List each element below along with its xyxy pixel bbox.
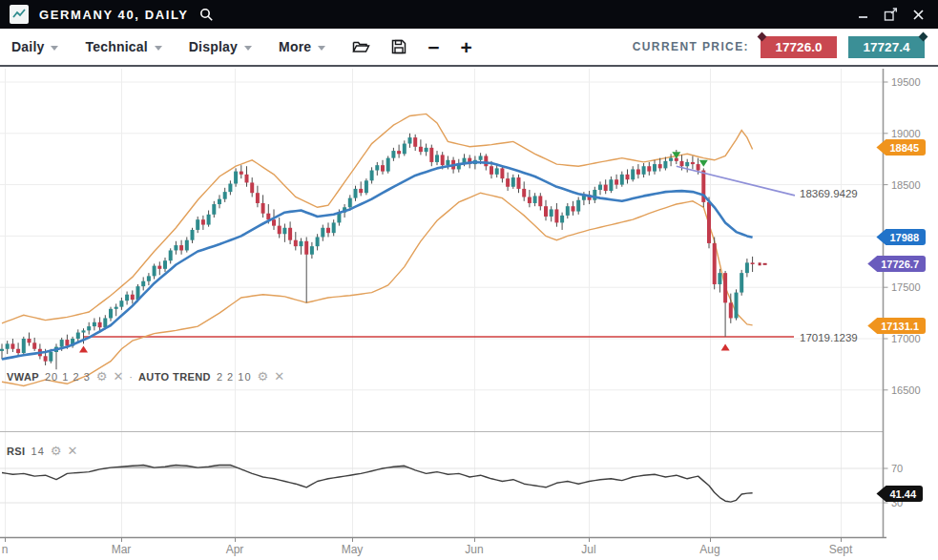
bollinger-bands — [2, 114, 753, 385]
chevron-down-icon — [155, 46, 162, 51]
chart-app-icon — [10, 5, 29, 24]
toolbar: Daily Technical Display More — [0, 29, 938, 67]
menu-technical-label: Technical — [85, 39, 147, 54]
vwap-indicator-label: VWAP — [7, 371, 39, 383]
minus-icon: − — [427, 37, 439, 57]
menu-daily-label: Daily — [11, 39, 44, 54]
titlebar: GERMANY 40, DAILY — [0, 0, 938, 29]
chevron-down-icon — [51, 46, 58, 51]
close-icon[interactable]: ✕ — [113, 370, 123, 383]
window-controls — [858, 8, 928, 22]
menu-display-label: Display — [189, 39, 238, 54]
upper-band-price-badge: 18845 — [876, 139, 926, 156]
y-axis-tick-label: 18500 — [891, 179, 921, 191]
last-price-marker — [759, 262, 767, 265]
current-price-group: CURRENT PRICE: 17726.0 17727.4 — [633, 36, 927, 58]
close-button[interactable] — [912, 9, 925, 21]
menu-daily[interactable]: Daily — [11, 39, 58, 54]
rsi-layer — [2, 465, 753, 502]
close-icon[interactable]: ✕ — [274, 370, 284, 383]
autotrend-indicator-label: AUTO TREND — [138, 371, 211, 383]
sell-signal-icon — [699, 160, 708, 167]
bid-price-badge[interactable]: 17726.0 — [761, 36, 837, 58]
indicator-legend-main: VWAP 20 1 2 3 ⚙ ✕ · AUTO TREND 2 2 10 ⚙ … — [7, 370, 284, 383]
candlestick-layer — [0, 134, 755, 369]
rsi-tick-label: 70 — [891, 463, 903, 474]
y-axis-tick-label: 19500 — [891, 76, 921, 88]
menu-technical[interactable]: Technical — [85, 39, 161, 54]
support-line-value-label: 17019.1239 — [800, 332, 858, 343]
y-axis-tick-label: 16500 — [891, 384, 921, 396]
vwap-price-badge: 17988 — [876, 229, 926, 245]
window-title: GERMANY 40, DAILY — [39, 8, 189, 22]
legend-separator: · — [129, 371, 133, 383]
x-axis-month-label: Aug — [699, 543, 719, 556]
rsi-indicator-label: RSI — [7, 446, 26, 457]
axes: 195001900018500180001750017000165007030n… — [0, 69, 921, 556]
gear-icon[interactable]: ⚙ — [258, 370, 269, 383]
x-axis-month-label: Mar — [112, 543, 132, 556]
chevron-down-icon — [244, 46, 252, 51]
last-price-badge: 17726.7 — [867, 256, 926, 272]
buy-signal-icon — [721, 343, 730, 350]
x-axis-month-label: n — [2, 543, 9, 556]
rsi-indicator-params: 14 — [31, 446, 45, 457]
price-chart-canvas[interactable]: 195001900018500180001750017000165007030n… — [0, 67, 938, 560]
open-folder-button[interactable] — [352, 39, 370, 54]
menu-more-label: More — [279, 39, 311, 54]
vwap-line — [2, 162, 753, 360]
zoom-in-button[interactable]: + — [461, 37, 472, 57]
current-price-label: CURRENT PRICE: — [633, 40, 749, 53]
folder-open-icon — [352, 39, 370, 54]
y-axis-tick-label: 17000 — [891, 333, 921, 344]
close-icon[interactable]: ✕ — [67, 445, 77, 457]
trendline-value-label: 18369.9429 — [800, 188, 858, 199]
plus-icon: + — [461, 37, 472, 57]
x-axis-month-label: Jul — [581, 543, 595, 556]
y-axis-tick-label: 19000 — [891, 128, 921, 139]
rsi-value-badge: 41.44 — [876, 486, 923, 502]
vwap-layer — [2, 162, 753, 360]
chevron-down-icon — [318, 46, 325, 51]
y-axis-tick-label: 17500 — [891, 281, 921, 293]
save-button[interactable] — [391, 39, 406, 54]
x-axis-month-label: Jun — [465, 543, 483, 556]
minimize-button[interactable] — [858, 9, 869, 20]
ask-price-badge[interactable]: 17727.4 — [848, 36, 925, 58]
menu-more[interactable]: More — [279, 39, 325, 54]
search-icon[interactable] — [199, 8, 214, 22]
trading-app-window: GERMANY 40, DAILY — [0, 0, 938, 560]
popout-button[interactable] — [884, 8, 898, 22]
autotrend-indicator-params: 2 2 10 — [217, 371, 252, 383]
menu-display[interactable]: Display — [189, 39, 252, 54]
buy-signal-icon — [79, 346, 88, 353]
indicator-legend-rsi: RSI 14 ⚙ ✕ — [7, 445, 77, 457]
gear-icon[interactable]: ⚙ — [51, 445, 62, 457]
lower-band-price-badge: 17131.1 — [867, 318, 926, 334]
x-axis-month-label: Apr — [226, 543, 244, 556]
gear-icon[interactable]: ⚙ — [96, 370, 108, 383]
x-axis-month-label: May — [342, 543, 364, 556]
zoom-out-button[interactable]: − — [427, 37, 439, 57]
vwap-indicator-params: 20 1 2 3 — [45, 371, 91, 383]
chart-area: 195001900018500180001750017000165007030n… — [0, 67, 938, 560]
floppy-disk-icon — [391, 39, 406, 54]
x-axis-month-label: Sept — [829, 543, 853, 556]
rsi-line — [2, 465, 753, 502]
